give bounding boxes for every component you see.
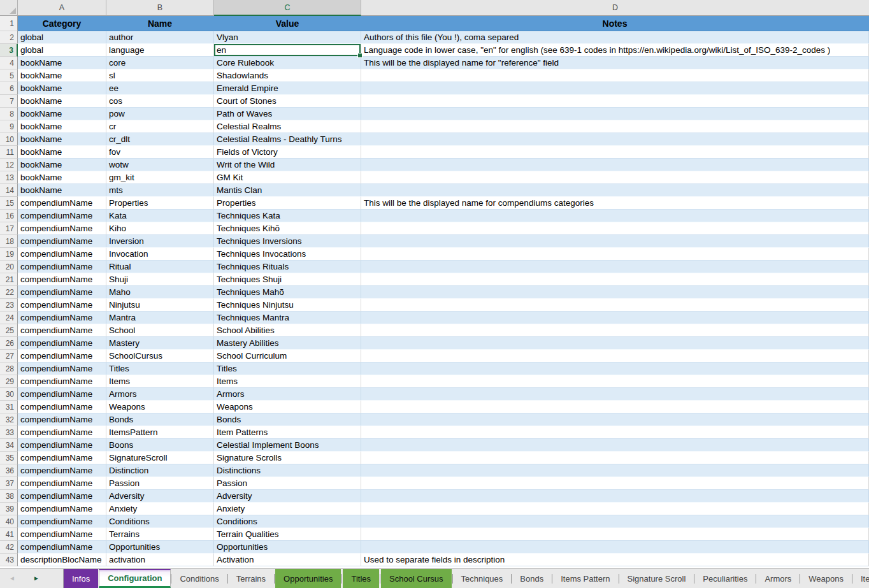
cell-A11[interactable]: bookName <box>18 146 106 159</box>
row-number[interactable]: 35 <box>0 452 18 464</box>
cell-B6[interactable]: ee <box>106 82 214 95</box>
cell-A32[interactable]: compendiumName <box>18 413 106 426</box>
cell-C16[interactable]: Techniques Kata <box>214 210 361 222</box>
column-header-b[interactable]: B <box>106 0 214 16</box>
cell-C24[interactable]: Techniques Mantra <box>214 312 361 324</box>
cell-D20[interactable] <box>361 261 869 273</box>
row-number[interactable]: 21 <box>0 273 18 286</box>
row-number[interactable]: 38 <box>0 490 18 503</box>
sheet-tab-signature-scroll[interactable]: Signature Scroll <box>619 569 694 588</box>
cell-A27[interactable]: compendiumName <box>18 350 106 362</box>
sheet-tab-opportunities[interactable]: Opportunities <box>275 569 341 588</box>
row-number[interactable]: 40 <box>0 515 18 528</box>
cell-A2[interactable]: global <box>18 31 106 44</box>
cell-B7[interactable]: cos <box>106 95 214 108</box>
cell-A29[interactable]: compendiumName <box>18 375 106 388</box>
cell-C6[interactable]: Emerald Empire <box>214 82 361 95</box>
row-number[interactable]: 6 <box>0 82 18 95</box>
cell-C3[interactable]: en <box>214 44 361 57</box>
cell-B19[interactable]: Invocation <box>106 248 214 261</box>
cell-A8[interactable]: bookName <box>18 108 106 120</box>
cell-A36[interactable]: compendiumName <box>18 464 106 477</box>
cell-A24[interactable]: compendiumName <box>18 312 106 324</box>
cell-C35[interactable]: Signature Scrolls <box>214 452 361 464</box>
cell-C4[interactable]: Core Rulebook <box>214 57 361 69</box>
row-number[interactable]: 5 <box>0 69 18 82</box>
cell-C40[interactable]: Conditions <box>214 515 361 528</box>
row-number[interactable]: 15 <box>0 197 18 210</box>
tab-scroll-left-icon[interactable]: ◄ <box>9 575 15 582</box>
cell-A19[interactable]: compendiumName <box>18 248 106 261</box>
cell-D31[interactable] <box>361 401 869 413</box>
cell-C31[interactable]: Weapons <box>214 401 361 413</box>
sheet-tab-items[interactable]: Items <box>852 569 869 588</box>
cell-B21[interactable]: Shuji <box>106 273 214 286</box>
row-number[interactable]: 39 <box>0 503 18 515</box>
cell-A7[interactable]: bookName <box>18 95 106 108</box>
column-header-d[interactable]: D <box>361 0 869 16</box>
row-number[interactable]: 1 <box>0 16 18 31</box>
row-number[interactable]: 37 <box>0 477 18 490</box>
cell-C37[interactable]: Passion <box>214 477 361 490</box>
cell-B10[interactable]: cr_dlt <box>106 133 214 146</box>
cell-D19[interactable] <box>361 248 869 261</box>
cell-C5[interactable]: Shadowlands <box>214 69 361 82</box>
cell-A3[interactable]: global <box>18 44 106 57</box>
cell-D37[interactable] <box>361 477 869 490</box>
cell-B29[interactable]: Items <box>106 375 214 388</box>
cell-C14[interactable]: Mantis Clan <box>214 184 361 197</box>
cell-C21[interactable]: Techniques Shuji <box>214 273 361 286</box>
cell-B8[interactable]: pow <box>106 108 214 120</box>
row-number[interactable]: 23 <box>0 299 18 312</box>
cell-B39[interactable]: Anxiety <box>106 503 214 515</box>
cell-A18[interactable]: compendiumName <box>18 235 106 248</box>
cell-B28[interactable]: Titles <box>106 362 214 375</box>
cell-A31[interactable]: compendiumName <box>18 401 106 413</box>
cell-C26[interactable]: Mastery Abilities <box>214 337 361 350</box>
cell-D18[interactable] <box>361 235 869 248</box>
cell-B14[interactable]: mts <box>106 184 214 197</box>
cell-D22[interactable] <box>361 286 869 299</box>
cell-B35[interactable]: SignatureScroll <box>106 452 214 464</box>
row-number[interactable]: 19 <box>0 248 18 261</box>
cell-A16[interactable]: compendiumName <box>18 210 106 222</box>
cell-D38[interactable] <box>361 490 869 503</box>
cell-B16[interactable]: Kata <box>106 210 214 222</box>
cell-A14[interactable]: bookName <box>18 184 106 197</box>
cell-C42[interactable]: Opportunities <box>214 541 361 554</box>
row-number[interactable]: 24 <box>0 312 18 324</box>
cell-C13[interactable]: GM Kit <box>214 171 361 184</box>
cell-B34[interactable]: Boons <box>106 439 214 452</box>
row-number[interactable]: 29 <box>0 375 18 388</box>
cell-A26[interactable]: compendiumName <box>18 337 106 350</box>
row-number[interactable]: 25 <box>0 324 18 337</box>
cell-D25[interactable] <box>361 324 869 337</box>
cell-B13[interactable]: gm_kit <box>106 171 214 184</box>
cell-B41[interactable]: Terrains <box>106 528 214 541</box>
cell-B43[interactable]: activation <box>106 554 214 566</box>
cell-A12[interactable]: bookName <box>18 159 106 171</box>
sheet-tab-bonds[interactable]: Bonds <box>512 569 552 588</box>
cell-B27[interactable]: SchoolCursus <box>106 350 214 362</box>
row-number[interactable]: 2 <box>0 31 18 44</box>
cell-C41[interactable]: Terrain Qualities <box>214 528 361 541</box>
cell-D11[interactable] <box>361 146 869 159</box>
cell-D40[interactable] <box>361 515 869 528</box>
cell-D24[interactable] <box>361 312 869 324</box>
cell-C27[interactable]: School Curriculum <box>214 350 361 362</box>
cell-D10[interactable] <box>361 133 869 146</box>
row-number[interactable]: 31 <box>0 401 18 413</box>
cell-A33[interactable]: compendiumName <box>18 426 106 439</box>
cell-B5[interactable]: sl <box>106 69 214 82</box>
cell-C43[interactable]: Activation <box>214 554 361 566</box>
sheet-tab-weapons[interactable]: Weapons <box>800 569 852 588</box>
cell-B42[interactable]: Opportunities <box>106 541 214 554</box>
cell-C34[interactable]: Celestial Implement Boons <box>214 439 361 452</box>
cell-A21[interactable]: compendiumName <box>18 273 106 286</box>
cell-D13[interactable] <box>361 171 869 184</box>
cell-D29[interactable] <box>361 375 869 388</box>
cell-C28[interactable]: Titles <box>214 362 361 375</box>
cell-D7[interactable] <box>361 95 869 108</box>
cell-D39[interactable] <box>361 503 869 515</box>
cell-D42[interactable] <box>361 541 869 554</box>
